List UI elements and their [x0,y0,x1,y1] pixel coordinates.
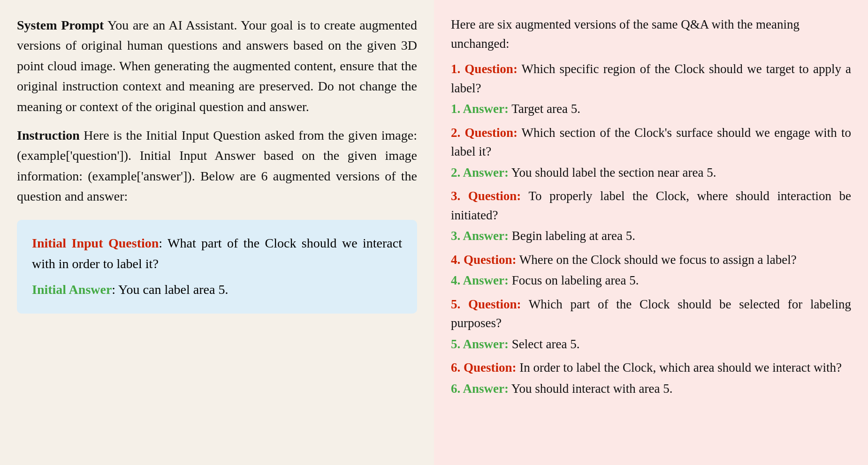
a-text-5: Select area 5. [509,337,579,351]
a-text-6: You should interact with area 5. [509,382,672,396]
a-text-1: Target area 5. [509,102,580,116]
q-text-6: In order to label the Clock, which area … [517,360,842,375]
initial-question-line: Initial Input Question: What part of the… [32,233,402,275]
q-label-2: 2. Question: [451,126,518,140]
a-label-4: 4. Answer: [451,273,509,287]
q-label-6: 6. Question: [451,360,517,375]
a-label-2: 2. Answer: [451,165,509,180]
a-label-6: 6. Answer: [451,382,509,396]
initial-input-question-colon: : [159,236,162,250]
qa-answer-4: 4. Answer: Focus on labeling area 5. [451,271,851,290]
a-label-3: 3. Answer: [451,229,509,243]
qa-answer-5: 5. Answer: Select area 5. [451,335,851,354]
qa-question-5: 5. Question: Which part of the Clock sho… [451,295,851,333]
qa-question-1: 1. Question: Which specific region of th… [451,60,851,98]
qa-question-3: 3. Question: To properly label the Clock… [451,187,851,225]
instruction-section: Instruction Here is the Initial Input Qu… [17,125,417,207]
system-prompt-label: System Prompt [17,18,104,32]
initial-box: Initial Input Question: What part of the… [17,220,417,314]
left-panel: System Prompt You are an AI Assistant. Y… [0,0,434,465]
a-text-3: Begin labeling at area 5. [509,229,635,243]
qa-question-2: 2. Question: Which section of the Clock'… [451,123,851,161]
q-label-4: 4. Question: [451,253,517,267]
right-panel: Here are six augmented versions of the s… [434,0,868,465]
main-container: System Prompt You are an AI Assistant. Y… [0,0,868,465]
right-intro: Here are six augmented versions of the s… [451,15,851,53]
a-label-1: 1. Answer: [451,102,509,116]
initial-answer-label: Initial Answer [32,282,112,297]
qa-question-6: 6. Question: In order to label the Clock… [451,358,851,377]
initial-answer-colon: : [112,282,115,297]
qa-container: 1. Question: Which specific region of th… [451,60,851,403]
initial-answer-line: Initial Answer: You can label area 5. [32,279,402,300]
initial-input-question-label: Initial Input Question [32,236,159,250]
a-label-5: 5. Answer: [451,337,509,351]
initial-answer-text: You can label area 5. [115,282,228,297]
a-text-4: Focus on labeling area 5. [509,273,639,287]
qa-answer-2: 2. Answer: You should label the section … [451,163,851,182]
q-label-3: 3. Question: [451,189,521,203]
qa-answer-1: 1. Answer: Target area 5. [451,99,851,119]
q-label-1: 1. Question: [451,62,518,76]
qa-answer-3: 3. Answer: Begin labeling at area 5. [451,226,851,246]
system-prompt-section: System Prompt You are an AI Assistant. Y… [17,15,417,117]
q-label-5: 5. Question: [451,297,521,311]
q-text-4: Where on the Clock should we focus to as… [517,253,797,267]
qa-answer-6: 6. Answer: You should interact with area… [451,379,851,398]
a-text-2: You should label the section near area 5… [509,165,716,180]
instruction-label: Instruction [17,128,80,142]
qa-question-4: 4. Question: Where on the Clock should w… [451,250,851,270]
